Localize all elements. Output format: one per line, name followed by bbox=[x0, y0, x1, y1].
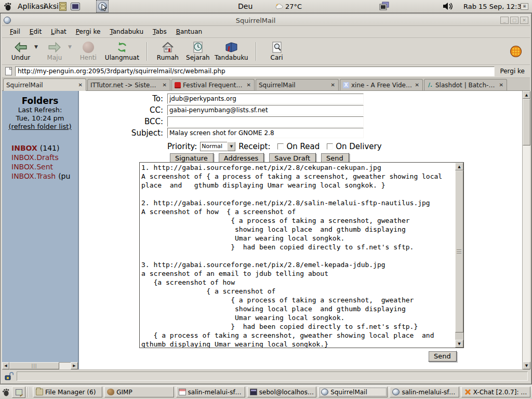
task-xchat[interactable]: X-Chat [2.0.7]: sebol bbox=[461, 387, 530, 397]
tab-close-icon[interactable]: ✕ bbox=[499, 82, 504, 88]
priority-select[interactable]: Normal ▼ bbox=[200, 142, 235, 151]
forward-button[interactable]: Maju bbox=[41, 39, 68, 64]
menu-tandabuku[interactable]: Tandabuku bbox=[106, 27, 147, 36]
tab-festival[interactable]: Festival Frequently... ✕ bbox=[171, 79, 255, 90]
panel-clock[interactable]: Rab 15 Sep, 12:38 bbox=[463, 0, 526, 12]
mouse-cursor-icon bbox=[101, 4, 108, 12]
scroll-left-icon[interactable]: ◀ bbox=[2, 362, 9, 369]
scroll-right-icon[interactable]: ▶ bbox=[71, 362, 78, 369]
go-button[interactable]: Pergi ke bbox=[498, 68, 527, 75]
file-cabinet-launcher-icon[interactable] bbox=[57, 0, 69, 12]
url-input[interactable] bbox=[15, 66, 495, 76]
subject-input[interactable] bbox=[167, 128, 364, 138]
task-label: X-Chat [2.0.7]: sebol bbox=[473, 389, 528, 396]
scroll-up-icon[interactable]: ▲ bbox=[455, 163, 463, 170]
tab-close-icon[interactable]: ✕ bbox=[162, 82, 167, 88]
weather-applet[interactable]: 27°C bbox=[275, 0, 302, 12]
statusbar bbox=[2, 370, 530, 382]
scrollbar-thumb[interactable] bbox=[523, 99, 530, 145]
task-label: sebol@localhost:~/ bbox=[259, 389, 314, 396]
folder-inbox[interactable]: INBOX(141) bbox=[11, 143, 78, 153]
home-label: Rumah bbox=[157, 54, 179, 61]
back-button[interactable]: Undur bbox=[7, 39, 34, 64]
task-terminal[interactable]: sebol@localhost:~/ bbox=[247, 387, 316, 397]
search-icon bbox=[271, 42, 283, 53]
menu-pergi-ke[interactable]: Pergi ke bbox=[72, 27, 104, 36]
back-label: Undur bbox=[11, 54, 31, 61]
folder-inbox-trash[interactable]: INBOX.Trash(pu bbox=[11, 171, 78, 181]
folder-inbox-drafts[interactable]: INBOX.Drafts bbox=[11, 153, 78, 162]
tray-icon[interactable]: ▣ bbox=[521, 0, 528, 12]
screens-applet-icon[interactable] bbox=[379, 0, 390, 12]
bookmarks-button[interactable]: Tandabuku bbox=[215, 39, 248, 64]
titlebar[interactable]: SquirrelMail _ □ ✕ bbox=[2, 15, 530, 26]
folder-purge-link[interactable]: (pu bbox=[58, 172, 70, 180]
terminal-launcher-icon[interactable] bbox=[70, 0, 81, 12]
task-salin-image[interactable]: salin-melalui-sftp-n bbox=[176, 387, 245, 397]
chevron-down-icon[interactable]: ▼ bbox=[227, 142, 235, 151]
volume-icon[interactable] bbox=[443, 0, 453, 12]
tasklist-handle[interactable] bbox=[28, 387, 31, 397]
tab-squirrelmail-active[interactable]: SquirrelMail ✕ bbox=[3, 78, 86, 91]
task-file-manager[interactable]: File Manager (6) bbox=[33, 387, 102, 397]
menu-edit[interactable]: Edit bbox=[26, 27, 45, 36]
web-browser-launcher-icon[interactable] bbox=[96, 0, 109, 12]
window-vertical-scrollbar[interactable]: ▲ ▼ bbox=[522, 91, 530, 369]
security-padlock-icon bbox=[4, 371, 14, 381]
sidebar-horizontal-scrollbar[interactable]: ◀ ||| ▶ bbox=[2, 362, 78, 369]
tab-squirrelmail-2[interactable]: SquirrelMail ✕ bbox=[256, 79, 339, 90]
task-gimp[interactable]: GIMP bbox=[104, 387, 174, 397]
minimize-button[interactable]: _ bbox=[500, 17, 509, 24]
scrollbar-thumb[interactable]: ||| bbox=[455, 170, 463, 332]
cc-input[interactable] bbox=[167, 105, 364, 115]
xchat-icon bbox=[464, 389, 471, 395]
tab-close-icon[interactable]: ✕ bbox=[330, 82, 336, 88]
message-body-textarea[interactable] bbox=[140, 163, 455, 348]
forward-dropdown-icon[interactable]: ▼ bbox=[68, 44, 72, 49]
folder-link[interactable]: INBOX.Drafts bbox=[11, 153, 59, 162]
textarea-scrollbar[interactable]: ▲ ||| ▼ bbox=[455, 163, 463, 348]
scroll-down-icon[interactable]: ▼ bbox=[455, 340, 463, 348]
scroll-down-icon[interactable]: ▼ bbox=[523, 362, 530, 369]
send-button-bottom[interactable]: Send bbox=[428, 351, 457, 362]
stop-button[interactable]: Henti bbox=[75, 39, 102, 64]
tab-slashdot[interactable]: /. Slashdot | Batch-o... ✕ bbox=[424, 79, 507, 90]
folder-link[interactable]: INBOX.Sent bbox=[11, 163, 53, 171]
scrollbar-track[interactable] bbox=[59, 362, 71, 369]
task-squirrelmail[interactable]: SquirrelMail bbox=[318, 387, 388, 397]
gnome-foot-icon[interactable] bbox=[2, 388, 10, 396]
tab-close-icon[interactable]: ✕ bbox=[246, 82, 251, 88]
back-dropdown-icon[interactable]: ▼ bbox=[34, 44, 38, 49]
history-button[interactable]: Sejarah bbox=[184, 39, 211, 64]
tab-close-icon[interactable]: ✕ bbox=[78, 82, 83, 88]
menu-fail[interactable]: Fail bbox=[6, 27, 24, 36]
on-read-checkbox[interactable] bbox=[277, 143, 284, 150]
to-input[interactable] bbox=[167, 94, 364, 104]
folder-link[interactable]: INBOX.Trash bbox=[11, 172, 56, 180]
scrollbar-thumb[interactable]: ||| bbox=[9, 362, 59, 369]
gnome-foot-icon[interactable] bbox=[3, 0, 12, 12]
menu-bantuan[interactable]: Bantuan bbox=[172, 27, 206, 36]
on-delivery-checkbox[interactable] bbox=[327, 143, 333, 150]
menu-tabs[interactable]: Tabs bbox=[149, 27, 170, 36]
priority-row: Priority: Normal ▼ Receipt: On Read On D… bbox=[167, 141, 382, 152]
tab-ittutor[interactable]: ITTutor.net -> Sistem ... ✕ bbox=[87, 79, 170, 90]
home-button[interactable]: Rumah bbox=[154, 39, 181, 64]
tab-close-icon[interactable]: ✕ bbox=[415, 82, 420, 88]
close-button[interactable]: ✕ bbox=[520, 17, 528, 24]
reload-button[interactable]: Ulangmuat bbox=[105, 39, 139, 64]
keyboard-layout-indicator[interactable]: Deu bbox=[237, 0, 254, 12]
task-salin-browser[interactable]: salin-melalui-sftp-n bbox=[390, 387, 459, 397]
maximize-button[interactable]: □ bbox=[510, 17, 518, 24]
show-desktop-button[interactable] bbox=[12, 387, 25, 398]
folder-link[interactable]: INBOX bbox=[11, 144, 37, 152]
refresh-folder-list-link[interactable]: (refresh folder list) bbox=[2, 123, 78, 131]
bcc-label: BCC: bbox=[79, 116, 165, 127]
menu-lihat[interactable]: Lihat bbox=[47, 27, 70, 36]
home-icon bbox=[162, 42, 174, 53]
scroll-up-icon[interactable]: ▲ bbox=[523, 91, 530, 99]
bcc-input[interactable] bbox=[167, 116, 364, 127]
folder-inbox-sent[interactable]: INBOX.Sent bbox=[11, 162, 78, 171]
search-button[interactable]: Cari bbox=[263, 39, 290, 64]
tab-xine[interactable]: X xine - A Free Video ... ✕ bbox=[340, 79, 423, 90]
